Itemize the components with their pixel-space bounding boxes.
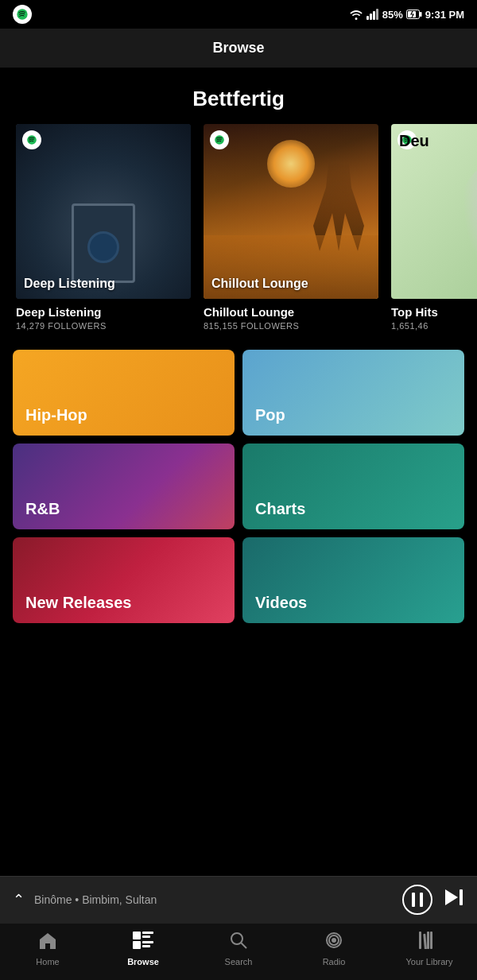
nav-radio-label: Radio (323, 957, 346, 966)
svg-rect-3 (373, 11, 375, 20)
playlist-followers-deep: 14,279 FOLLOWERS (16, 321, 191, 331)
svg-point-8 (27, 135, 37, 145)
genre-card-hip-hop[interactable]: Hip-Hop (13, 350, 235, 436)
wifi-icon (349, 9, 363, 20)
playlist-card-image-deep: Deep Listening (16, 124, 191, 299)
genre-label-new-releases: New Releases (25, 594, 131, 612)
now-playing-separator: • (75, 893, 82, 906)
playlist-name-chillout: Chillout Lounge (204, 305, 378, 319)
svg-marker-13 (445, 889, 458, 905)
genre-card-rnb[interactable]: R&B (13, 444, 235, 529)
main-content: Bettfertig Deep Listening Deep List (0, 68, 477, 719)
playlist-card-chillout[interactable]: Chillout Lounge Chillout Lounge 815,155 … (204, 124, 378, 334)
status-bar-left (13, 5, 32, 24)
svg-line-22 (242, 943, 247, 948)
now-playing-bar[interactable]: ⌃ Binôme • Bimbim, Sultan (0, 876, 477, 923)
svg-point-21 (231, 933, 242, 944)
now-playing-song: Bimbim, Sultan (82, 893, 157, 906)
svg-rect-4 (376, 9, 378, 20)
genre-card-new-releases[interactable]: New Releases (13, 537, 235, 623)
page-title: Browse (212, 40, 264, 56)
spotify-badge-chillout (210, 130, 229, 149)
library-icon (419, 932, 440, 954)
svg-point-23 (332, 938, 336, 943)
signal-icon (366, 9, 379, 20)
svg-rect-6 (420, 12, 422, 17)
door-circle (87, 231, 119, 263)
chevron-up-icon[interactable]: ⌃ (13, 891, 25, 908)
svg-rect-11 (412, 893, 415, 907)
playlist-card-info-chillout: Chillout Lounge 815,155 FOLLOWERS (204, 299, 378, 334)
nav-radio[interactable]: Radio (286, 932, 382, 966)
nav-library-label: Your Library (406, 957, 453, 966)
svg-rect-19 (142, 941, 153, 943)
now-playing-artist: Binôme (34, 893, 72, 906)
playlist-card-image-chillout: Chillout Lounge (204, 124, 378, 299)
svg-rect-18 (133, 941, 141, 949)
nav-browse-label: Browse (127, 957, 159, 966)
deep-listening-overlay-title: Deep Listening (24, 277, 115, 291)
third-card-text: Deu (399, 132, 429, 150)
playlist-card-info-deep: Deep Listening 14,279 FOLLOWERS (16, 299, 191, 334)
search-icon (230, 932, 247, 954)
svg-rect-26 (419, 932, 421, 949)
now-playing-track: Binôme • Bimbim, Sultan (34, 893, 157, 906)
genre-label-hip-hop: Hip-Hop (25, 406, 87, 424)
svg-rect-16 (142, 932, 153, 934)
playlist-name-deep: Deep Listening (16, 305, 191, 319)
status-bar-right: 85% 9:31 PM (349, 9, 464, 21)
playlist-card-third[interactable]: Deu Top Hits 1,651,46 (391, 124, 477, 334)
svg-rect-20 (142, 945, 150, 947)
playlist-carousel: Deep Listening Deep Listening 14,279 FOL… (0, 124, 477, 334)
genre-grid: Hip-Hop Pop R&B Charts New Releases Vide… (0, 334, 477, 623)
svg-rect-27 (423, 933, 427, 948)
playlist-card-info-third: Top Hits 1,651,46 (391, 299, 477, 334)
svg-rect-15 (133, 932, 141, 939)
spotify-logo (13, 5, 32, 24)
genre-card-charts[interactable]: Charts (242, 444, 464, 529)
svg-rect-1 (366, 16, 369, 20)
bottom-nav: Home Browse Search (0, 923, 477, 980)
nav-search-label: Search (225, 957, 253, 966)
genre-label-charts: Charts (255, 500, 305, 518)
svg-rect-17 (142, 935, 150, 938)
genre-label-rnb: R&B (25, 500, 60, 518)
svg-rect-28 (427, 932, 429, 949)
nav-browse[interactable]: Browse (95, 932, 191, 966)
playlist-followers-third: 1,651,46 (391, 321, 477, 331)
svg-rect-14 (460, 889, 463, 905)
playlist-followers-chillout: 815,155 FOLLOWERS (204, 321, 378, 331)
svg-rect-29 (430, 932, 432, 949)
nav-library[interactable]: Your Library (382, 932, 477, 966)
svg-point-0 (17, 9, 27, 19)
battery-icon (406, 10, 422, 19)
svg-rect-12 (420, 893, 423, 907)
section-title: Bettfertig (0, 68, 477, 124)
now-playing-left: ⌃ Binôme • Bimbim, Sultan (13, 891, 157, 908)
browse-icon (133, 932, 153, 954)
spotify-badge-deep (22, 130, 41, 149)
battery-percentage: 85% (382, 9, 403, 21)
playlist-card-image-third: Deu (391, 124, 477, 299)
now-playing-controls (402, 885, 464, 915)
playlist-name-third: Top Hits (391, 305, 477, 319)
header: Browse (0, 29, 477, 68)
pause-button[interactable] (402, 885, 432, 915)
genre-card-videos[interactable]: Videos (242, 537, 464, 623)
playlist-card-deep-listening[interactable]: Deep Listening Deep Listening 14,279 FOL… (16, 124, 191, 334)
time: 9:31 PM (425, 9, 464, 21)
chillout-overlay-title: Chillout Lounge (211, 277, 308, 291)
home-icon (38, 932, 57, 954)
nav-search[interactable]: Search (191, 932, 286, 966)
genre-card-pop[interactable]: Pop (242, 350, 464, 436)
nav-home-label: Home (36, 957, 59, 966)
radio-icon (324, 932, 344, 954)
skip-forward-button[interactable] (445, 889, 464, 910)
svg-rect-2 (370, 14, 372, 20)
status-bar: 85% 9:31 PM (0, 0, 477, 29)
nav-home[interactable]: Home (0, 932, 95, 966)
genre-label-videos: Videos (255, 594, 307, 612)
svg-point-9 (215, 135, 224, 145)
genre-label-pop: Pop (255, 406, 285, 424)
